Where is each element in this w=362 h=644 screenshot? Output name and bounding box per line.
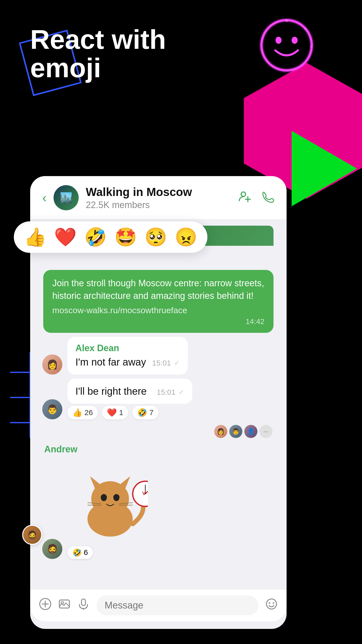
chat-header: ‹ 🏙️ Walking in Moscow 22.5K members [30, 176, 287, 220]
sticker-reaction[interactable]: 🤣 6 [67, 546, 93, 559]
right-there-time: 15:01 [157, 388, 175, 396]
back-button[interactable]: ‹ [42, 190, 47, 205]
svg-point-39 [266, 599, 277, 609]
reaction-rofl-emoji: 🤣 [137, 408, 147, 417]
messages-area: Join the stroll though Moscow centre: na… [30, 220, 287, 565]
emoji-starry-eyes[interactable]: 🤩 [114, 226, 137, 248]
green-message-text: Join the stroll though Moscow centre: na… [52, 277, 264, 302]
svg-point-8 [261, 20, 312, 70]
svg-point-11 [285, 19, 288, 22]
andrew-sender-name: Andrew [38, 444, 279, 455]
emoji-heart[interactable]: ❤️ [54, 226, 77, 248]
svg-point-21 [101, 494, 107, 501]
reaction-thumbsup[interactable]: 👍 26 [67, 406, 98, 419]
svg-marker-19 [90, 476, 103, 489]
reaction-thumbsup-count: 26 [84, 408, 93, 417]
alex-dean-message: Alex Dean I'm not far away 15:01 ✓ [67, 337, 188, 375]
message-input[interactable] [97, 595, 258, 615]
chat-group-info: Walking in Moscow 22.5K members [86, 185, 231, 210]
alex-dean-name: Alex Dean [75, 343, 180, 353]
reaction-thumbsup-emoji: 👍 [72, 408, 82, 417]
emoji-pleading[interactable]: 🥺 [145, 226, 167, 248]
bg-green-arrow [292, 131, 362, 206]
cat-sticker: V [67, 459, 153, 544]
hero-title: React with emoji [30, 25, 166, 82]
scroll-to-bottom-button[interactable]: 🧔 [22, 525, 42, 545]
reaction-heart[interactable]: ❤️ 1 [102, 406, 128, 419]
svg-point-40 [269, 602, 270, 604]
alex-dean-text: I'm not far away [75, 355, 146, 369]
seen-avatar-2: 👨 [229, 425, 242, 438]
sticker-reaction-emoji: 🤣 [72, 548, 82, 557]
right-there-text: I'll be right there [75, 385, 147, 398]
neon-emoji-icon [256, 15, 317, 75]
hero-title-line1: React with [30, 24, 166, 55]
chat-input-bar [30, 589, 287, 621]
sticker-reaction-count: 6 [84, 548, 88, 557]
svg-point-22 [113, 494, 119, 501]
reaction-rofl-count: 7 [149, 408, 154, 417]
alex-dean-check: ✓ [174, 359, 180, 367]
chat-members-count: 22.5K members [86, 200, 231, 210]
svg-text:V: V [142, 491, 146, 496]
green-message-time: 14:42 [52, 317, 264, 326]
seen-more-button[interactable]: ··· [259, 425, 273, 438]
plus-button[interactable] [39, 598, 51, 613]
alex-dean-avatar: 👩 [42, 354, 62, 375]
alex-dean-time: 15:01 [152, 359, 171, 367]
svg-marker-20 [118, 476, 130, 489]
right-there-avatar: 👨 [42, 399, 62, 419]
svg-point-10 [292, 37, 298, 44]
reaction-heart-emoji: ❤️ [107, 408, 117, 417]
seen-row: 👩 👨 👤 ··· [38, 425, 279, 438]
emoji-picker-button[interactable] [265, 598, 278, 613]
emoji-rofl[interactable]: 🤣 [84, 226, 107, 248]
add-member-button[interactable] [238, 190, 251, 206]
chat-actions [238, 190, 275, 206]
green-message-link[interactable]: moscow-walks.ru/mocsowthrueface [52, 305, 264, 315]
svg-point-13 [310, 46, 312, 48]
reaction-rofl[interactable]: 🤣 7 [132, 406, 159, 419]
right-there-bubble: I'll be right there 15:01 ✓ [67, 379, 192, 404]
emoji-reaction-bar[interactable]: 👍 ❤️ 🤣 🤩 🥺 😠 [14, 221, 207, 253]
seen-avatar-3: 👤 [244, 425, 257, 438]
svg-point-41 [273, 602, 274, 604]
reaction-heart-count: 1 [119, 408, 123, 417]
svg-point-14 [241, 192, 246, 196]
svg-marker-7 [292, 131, 357, 206]
andrew-sticker-row: 🧔 [38, 459, 279, 559]
chat-group-name: Walking in Moscow [86, 185, 231, 199]
svg-rect-37 [81, 599, 85, 606]
seen-avatar-1: 👩 [214, 425, 227, 438]
hero-title-line2: emoji [30, 53, 101, 83]
svg-point-9 [276, 37, 282, 44]
right-there-check: ✓ [178, 388, 184, 396]
call-button[interactable] [261, 190, 275, 206]
svg-point-12 [304, 28, 306, 30]
emoji-angry[interactable]: 😠 [175, 226, 197, 248]
mic-button[interactable] [77, 598, 89, 613]
andrew-avatar: 🧔 [42, 539, 62, 559]
svg-rect-35 [59, 600, 69, 608]
chat-group-avatar: 🏙️ [54, 185, 79, 210]
green-message-bubble: Join the stroll though Moscow centre: na… [43, 270, 274, 333]
image-button[interactable] [58, 598, 70, 613]
emoji-thumbsup[interactable]: 👍 [24, 226, 47, 248]
right-there-message-row: 👨 I'll be right there 15:01 ✓ 👍 [38, 379, 279, 419]
